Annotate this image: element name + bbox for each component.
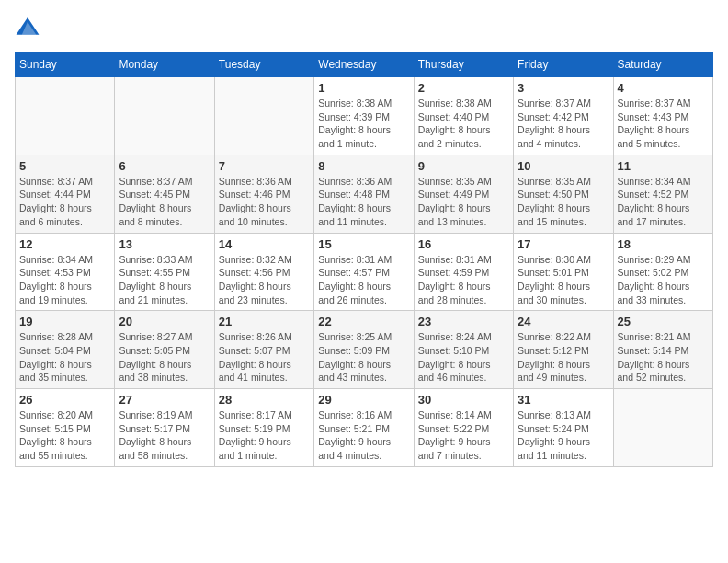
calendar-table: SundayMondayTuesdayWednesdayThursdayFrid…	[15, 52, 713, 467]
day-number: 23	[418, 315, 509, 328]
calendar-day-cell: 14Sunrise: 8:32 AMSunset: 4:56 PMDayligh…	[214, 233, 313, 311]
calendar-day-cell: 20Sunrise: 8:27 AMSunset: 5:05 PMDayligh…	[115, 311, 214, 389]
day-number: 17	[518, 237, 609, 251]
day-info: Sunrise: 8:13 AMSunset: 5:24 PMDaylight:…	[518, 408, 609, 463]
day-number: 24	[518, 315, 609, 328]
calendar-day-cell: 21Sunrise: 8:26 AMSunset: 5:07 PMDayligh…	[214, 311, 313, 389]
calendar-week-row: 19Sunrise: 8:28 AMSunset: 5:04 PMDayligh…	[16, 311, 713, 389]
calendar-day-cell	[214, 77, 313, 155]
calendar-day-cell: 30Sunrise: 8:14 AMSunset: 5:22 PMDayligh…	[414, 389, 513, 467]
calendar-day-cell: 9Sunrise: 8:35 AMSunset: 4:49 PMDaylight…	[414, 155, 513, 233]
day-info: Sunrise: 8:34 AMSunset: 4:52 PMDaylight:…	[618, 175, 709, 229]
day-info: Sunrise: 8:31 AMSunset: 4:57 PMDaylight:…	[318, 253, 409, 307]
calendar-day-cell: 22Sunrise: 8:25 AMSunset: 5:09 PMDayligh…	[314, 311, 414, 389]
day-info: Sunrise: 8:38 AMSunset: 4:40 PMDaylight:…	[418, 97, 509, 151]
day-info: Sunrise: 8:32 AMSunset: 4:56 PMDaylight:…	[219, 253, 310, 307]
day-info: Sunrise: 8:19 AMSunset: 5:17 PMDaylight:…	[119, 408, 210, 463]
weekday-header-wednesday: Wednesday	[314, 52, 414, 77]
calendar-day-cell: 4Sunrise: 8:37 AMSunset: 4:43 PMDaylight…	[613, 77, 712, 155]
day-info: Sunrise: 8:31 AMSunset: 4:59 PMDaylight:…	[418, 253, 509, 307]
day-info: Sunrise: 8:17 AMSunset: 5:19 PMDaylight:…	[219, 408, 310, 463]
day-number: 8	[318, 159, 409, 173]
calendar-day-cell: 23Sunrise: 8:24 AMSunset: 5:10 PMDayligh…	[414, 311, 513, 389]
day-number: 2	[418, 81, 509, 95]
day-number: 5	[19, 159, 110, 173]
calendar-day-cell: 26Sunrise: 8:20 AMSunset: 5:15 PMDayligh…	[16, 389, 115, 467]
calendar-day-cell: 2Sunrise: 8:38 AMSunset: 4:40 PMDaylight…	[414, 77, 513, 155]
weekday-header-sunday: Sunday	[16, 52, 115, 77]
calendar-day-cell: 8Sunrise: 8:36 AMSunset: 4:48 PMDaylight…	[314, 155, 414, 233]
day-info: Sunrise: 8:35 AMSunset: 4:49 PMDaylight:…	[418, 175, 509, 229]
calendar-day-cell: 28Sunrise: 8:17 AMSunset: 5:19 PMDayligh…	[214, 389, 313, 467]
day-info: Sunrise: 8:37 AMSunset: 4:43 PMDaylight:…	[618, 97, 709, 151]
day-number: 11	[618, 159, 709, 173]
day-number: 19	[19, 315, 110, 328]
calendar-day-cell: 5Sunrise: 8:37 AMSunset: 4:44 PMDaylight…	[16, 155, 115, 233]
day-number: 3	[518, 81, 609, 95]
day-info: Sunrise: 8:37 AMSunset: 4:45 PMDaylight:…	[119, 175, 210, 229]
calendar-day-cell: 7Sunrise: 8:36 AMSunset: 4:46 PMDaylight…	[214, 155, 313, 233]
calendar-day-cell: 1Sunrise: 8:38 AMSunset: 4:39 PMDaylight…	[314, 77, 414, 155]
calendar-day-cell: 24Sunrise: 8:22 AMSunset: 5:12 PMDayligh…	[514, 311, 613, 389]
day-number: 13	[119, 237, 210, 251]
calendar-week-row: 1Sunrise: 8:38 AMSunset: 4:39 PMDaylight…	[16, 77, 713, 155]
weekday-header-monday: Monday	[115, 52, 214, 77]
day-number: 10	[518, 159, 609, 173]
day-number: 14	[219, 237, 310, 251]
day-info: Sunrise: 8:14 AMSunset: 5:22 PMDaylight:…	[418, 408, 509, 463]
day-number: 27	[119, 393, 210, 407]
weekday-header-row: SundayMondayTuesdayWednesdayThursdayFrid…	[16, 52, 713, 77]
day-info: Sunrise: 8:35 AMSunset: 4:50 PMDaylight:…	[518, 175, 609, 229]
day-number: 7	[219, 159, 310, 173]
day-info: Sunrise: 8:27 AMSunset: 5:05 PMDaylight:…	[119, 330, 210, 385]
day-number: 12	[19, 237, 110, 251]
day-number: 25	[618, 315, 709, 328]
calendar-week-row: 26Sunrise: 8:20 AMSunset: 5:15 PMDayligh…	[16, 389, 713, 467]
calendar-day-cell: 25Sunrise: 8:21 AMSunset: 5:14 PMDayligh…	[613, 311, 712, 389]
calendar-day-cell	[613, 389, 712, 467]
calendar-day-cell: 19Sunrise: 8:28 AMSunset: 5:04 PMDayligh…	[16, 311, 115, 389]
day-number: 1	[318, 81, 409, 95]
calendar-day-cell: 29Sunrise: 8:16 AMSunset: 5:21 PMDayligh…	[314, 389, 414, 467]
day-info: Sunrise: 8:37 AMSunset: 4:44 PMDaylight:…	[19, 175, 110, 229]
calendar-day-cell: 11Sunrise: 8:34 AMSunset: 4:52 PMDayligh…	[613, 155, 712, 233]
calendar-day-cell: 17Sunrise: 8:30 AMSunset: 5:01 PMDayligh…	[514, 233, 613, 311]
day-info: Sunrise: 8:36 AMSunset: 4:48 PMDaylight:…	[318, 175, 409, 229]
calendar-day-cell: 13Sunrise: 8:33 AMSunset: 4:55 PMDayligh…	[115, 233, 214, 311]
day-info: Sunrise: 8:25 AMSunset: 5:09 PMDaylight:…	[318, 330, 409, 385]
logo	[15, 15, 44, 40]
day-info: Sunrise: 8:34 AMSunset: 4:53 PMDaylight:…	[19, 253, 110, 307]
page-header	[15, 15, 713, 40]
calendar-day-cell	[16, 77, 115, 155]
calendar-week-row: 12Sunrise: 8:34 AMSunset: 4:53 PMDayligh…	[16, 233, 713, 311]
weekday-header-thursday: Thursday	[414, 52, 513, 77]
day-number: 21	[219, 315, 310, 328]
day-number: 30	[418, 393, 509, 407]
day-info: Sunrise: 8:16 AMSunset: 5:21 PMDaylight:…	[318, 408, 409, 463]
day-info: Sunrise: 8:29 AMSunset: 5:02 PMDaylight:…	[618, 253, 709, 307]
day-info: Sunrise: 8:24 AMSunset: 5:10 PMDaylight:…	[418, 330, 509, 385]
calendar-day-cell: 10Sunrise: 8:35 AMSunset: 4:50 PMDayligh…	[514, 155, 613, 233]
day-info: Sunrise: 8:26 AMSunset: 5:07 PMDaylight:…	[219, 330, 310, 385]
calendar-day-cell: 18Sunrise: 8:29 AMSunset: 5:02 PMDayligh…	[613, 233, 712, 311]
day-info: Sunrise: 8:36 AMSunset: 4:46 PMDaylight:…	[219, 175, 310, 229]
day-number: 29	[318, 393, 409, 407]
day-number: 31	[518, 393, 609, 407]
weekday-header-saturday: Saturday	[613, 52, 712, 77]
day-number: 9	[418, 159, 509, 173]
calendar-day-cell: 31Sunrise: 8:13 AMSunset: 5:24 PMDayligh…	[514, 389, 613, 467]
day-info: Sunrise: 8:21 AMSunset: 5:14 PMDaylight:…	[618, 330, 709, 385]
calendar-day-cell: 6Sunrise: 8:37 AMSunset: 4:45 PMDaylight…	[115, 155, 214, 233]
weekday-header-friday: Friday	[514, 52, 613, 77]
day-info: Sunrise: 8:38 AMSunset: 4:39 PMDaylight:…	[318, 97, 409, 151]
day-info: Sunrise: 8:33 AMSunset: 4:55 PMDaylight:…	[119, 253, 210, 307]
day-info: Sunrise: 8:37 AMSunset: 4:42 PMDaylight:…	[518, 97, 609, 151]
calendar-week-row: 5Sunrise: 8:37 AMSunset: 4:44 PMDaylight…	[16, 155, 713, 233]
day-number: 26	[19, 393, 110, 407]
calendar-day-cell: 15Sunrise: 8:31 AMSunset: 4:57 PMDayligh…	[314, 233, 414, 311]
day-number: 22	[318, 315, 409, 328]
day-number: 4	[618, 81, 709, 95]
day-info: Sunrise: 8:30 AMSunset: 5:01 PMDaylight:…	[518, 253, 609, 307]
weekday-header-tuesday: Tuesday	[214, 52, 313, 77]
day-number: 16	[418, 237, 509, 251]
